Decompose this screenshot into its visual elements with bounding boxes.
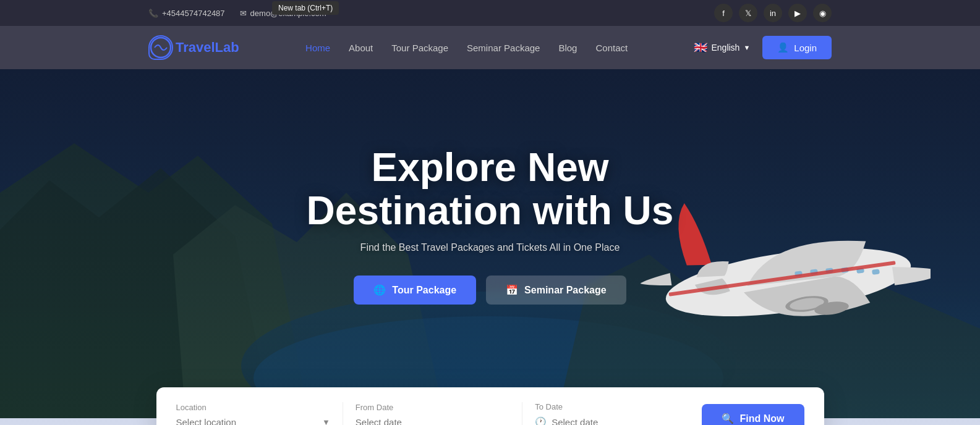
language-label: English (711, 43, 739, 53)
nav-seminar-package[interactable]: Seminar Package (467, 43, 540, 53)
to-date-label: To Date (535, 402, 689, 411)
search-icon: 🔍 (722, 413, 734, 424)
nav-blog[interactable]: Blog (558, 43, 577, 53)
hero-buttons: 🌐 Tour Package 📅 Seminar Package (307, 276, 674, 305)
to-date-field: To Date 🕐 (535, 402, 689, 425)
nav-contact[interactable]: Contact (595, 43, 628, 53)
to-date-input-wrap[interactable]: 🕐 (535, 416, 689, 425)
logo[interactable]: TravelLab (148, 35, 239, 60)
hero-title: Explore New Destination with Us (307, 146, 674, 233)
location-field: Location ▼ (176, 403, 330, 425)
language-selector[interactable]: 🇬🇧 English ▼ (694, 41, 750, 54)
new-tab-tooltip: New tab (Ctrl+T) (272, 1, 339, 15)
nav-right: 🇬🇧 English ▼ 👤 Login (694, 36, 832, 59)
location-input-wrap[interactable]: ▼ (176, 417, 330, 425)
social-links: f 𝕏 in ▶ ◉ (714, 4, 832, 22)
nav-home[interactable]: Home (305, 43, 330, 53)
tour-package-button[interactable]: 🌐 Tour Package (354, 276, 476, 305)
from-date-field: From Date (356, 403, 509, 425)
logo-icon (148, 35, 173, 60)
location-label: Location (176, 403, 330, 412)
calendar-icon: 📅 (506, 284, 518, 296)
hero-section: Explore New Destination with Us Find the… (0, 69, 980, 418)
login-button[interactable]: 👤 Login (762, 36, 832, 59)
nav-about[interactable]: About (349, 43, 373, 53)
user-icon: 👤 (777, 42, 789, 53)
divider-1 (343, 402, 343, 425)
clock-icon: 🕐 (535, 416, 547, 425)
youtube-icon[interactable]: ▶ (788, 4, 807, 22)
from-date-input-wrap[interactable] (356, 417, 509, 425)
hero-content: Explore New Destination with Us Find the… (307, 146, 674, 305)
from-date-label: From Date (356, 403, 509, 412)
phone-icon: 📞 (148, 9, 158, 18)
top-bar: 📞 +4544574742487 ✉ demo@example.com f 𝕏 … (0, 0, 980, 26)
chevron-down-icon: ▼ (322, 418, 330, 425)
flag-icon: 🇬🇧 (694, 41, 707, 54)
nav-links: Home About Tour Package Seminar Package … (305, 43, 628, 53)
divider-2 (522, 402, 522, 425)
to-date-input[interactable] (552, 417, 689, 426)
phone-number: +4544574742487 (162, 9, 225, 18)
instagram-icon[interactable]: ◉ (813, 4, 832, 22)
location-input[interactable] (176, 417, 317, 425)
globe-icon: 🌐 (373, 284, 386, 296)
from-date-input[interactable] (356, 417, 509, 425)
nav-tour-package[interactable]: Tour Package (391, 43, 448, 53)
linkedin-icon[interactable]: in (764, 4, 782, 22)
facebook-icon[interactable]: f (714, 4, 733, 22)
phone-info: 📞 +4544574742487 (148, 9, 225, 18)
search-bar: Location ▼ From Date To Date 🕐 🔍 Find No… (156, 387, 824, 425)
find-now-button[interactable]: 🔍 Find Now (702, 404, 804, 425)
email-icon: ✉ (240, 9, 247, 18)
twitter-icon[interactable]: 𝕏 (739, 4, 757, 22)
hero-subtitle: Find the Best Travel Packages and Ticket… (307, 242, 674, 253)
logo-text: TravelLab (176, 40, 239, 56)
chevron-down-icon: ▼ (743, 44, 750, 51)
seminar-package-button[interactable]: 📅 Seminar Package (486, 276, 626, 305)
navbar: TravelLab Home About Tour Package Semina… (0, 26, 980, 69)
